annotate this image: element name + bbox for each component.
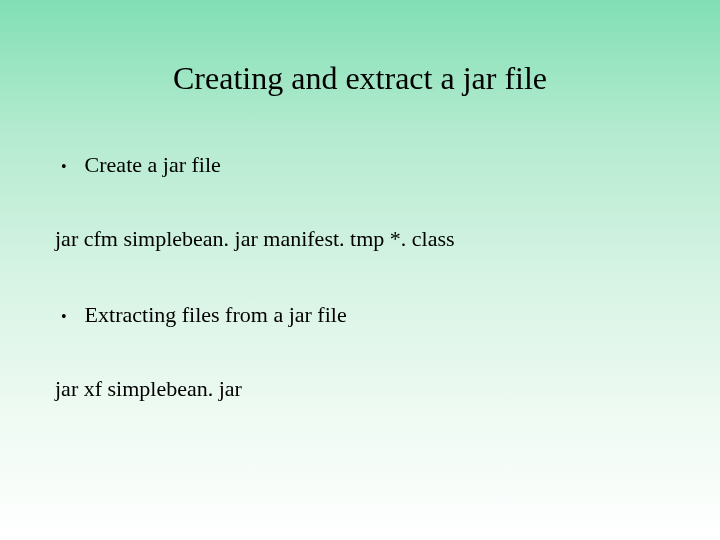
bullet-text: Create a jar file bbox=[85, 152, 221, 178]
slide-title: Creating and extract a jar file bbox=[55, 60, 665, 97]
bullet-marker-icon: • bbox=[61, 308, 67, 326]
bullet-item-extract: • Extracting files from a jar file bbox=[55, 302, 665, 328]
command-extract-jar: jar xf simplebean. jar bbox=[55, 376, 665, 402]
bullet-marker-icon: • bbox=[61, 158, 67, 176]
bullet-item-create: • Create a jar file bbox=[55, 152, 665, 178]
command-create-jar: jar cfm simplebean. jar manifest. tmp *.… bbox=[55, 226, 665, 252]
bullet-text: Extracting files from a jar file bbox=[85, 302, 347, 328]
